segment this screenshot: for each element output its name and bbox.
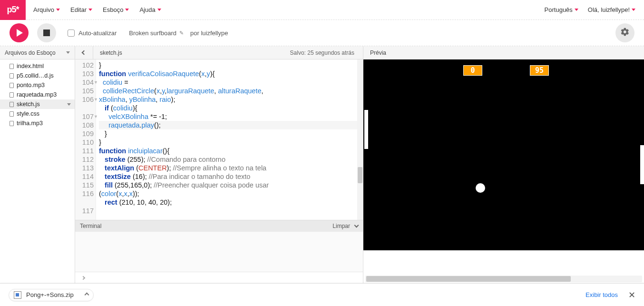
author-label: por luizfellype <box>190 30 228 37</box>
terminal-header: Terminal Limpar <box>75 220 363 232</box>
file-icon <box>10 102 14 107</box>
menu-help[interactable]: Ajuda <box>139 6 161 13</box>
file-icon <box>10 64 14 69</box>
pencil-icon[interactable]: ✎ <box>179 30 184 36</box>
file-name-label: raquetada.mp3 <box>17 91 57 98</box>
file-icon <box>10 121 14 126</box>
chevron-down-icon[interactable] <box>354 223 359 228</box>
chevron-right-icon[interactable] <box>81 276 85 279</box>
gear-icon <box>620 27 630 39</box>
menu-label: Esboço <box>103 6 123 13</box>
file-item[interactable]: index.html <box>0 61 75 71</box>
chevron-left-icon <box>82 50 87 55</box>
sketch-name-text: Broken surfboard <box>129 30 176 37</box>
language-label: Português <box>545 6 573 13</box>
auto-refresh-toggle[interactable]: Auto-atualizar <box>68 30 117 37</box>
ball <box>476 183 485 193</box>
file-name-label: p5.collid…d.js <box>17 72 54 79</box>
file-item[interactable]: raquetada.mp3 <box>0 90 75 99</box>
file-sidebar: Arquivos do Esboço index.htmlp5.collid…d… <box>0 46 75 283</box>
saved-status: Salvo: 25 segundos atrás <box>290 49 363 56</box>
paddle-right <box>640 145 644 184</box>
user-menu[interactable]: Olá, luizfellype! <box>588 6 635 13</box>
caret-icon <box>157 9 161 11</box>
caret-icon <box>632 9 635 11</box>
stop-button[interactable] <box>37 23 56 42</box>
editor-scrollbar[interactable] <box>357 59 363 220</box>
menu-file[interactable]: Arquivo <box>33 6 60 13</box>
settings-button[interactable] <box>615 23 634 42</box>
file-item[interactable]: ponto.mp3 <box>0 80 75 90</box>
close-download-bar-button[interactable]: ✕ <box>628 290 635 300</box>
main-menu: Arquivo Editar Esboço Ajuda <box>33 6 161 13</box>
caret-icon <box>88 9 92 11</box>
file-icon <box>10 111 14 117</box>
file-item[interactable]: trilha.mp3 <box>0 118 75 128</box>
file-item[interactable]: sketch.js <box>0 99 75 109</box>
file-icon <box>10 83 14 88</box>
file-name-label: sketch.js <box>17 101 40 108</box>
main-area: Arquivos do Esboço index.htmlp5.collid…d… <box>0 46 644 283</box>
play-button[interactable] <box>10 23 29 42</box>
file-icon <box>10 92 14 98</box>
show-all-downloads-button[interactable]: Exibir todos <box>585 291 618 298</box>
top-nav: p5* Arquivo Editar Esboço Ajuda Portuguê… <box>0 0 644 20</box>
download-bar-actions: Exibir todos ✕ <box>585 290 635 300</box>
file-item[interactable]: p5.collid…d.js <box>0 71 75 80</box>
p5-logo[interactable]: p5* <box>0 0 26 20</box>
line-gutter: 102103104▼105106▼ 107▼108109110111112113… <box>75 59 96 220</box>
menu-label: Editar <box>70 6 87 13</box>
caret-icon <box>66 51 70 54</box>
sketch-name-field[interactable]: Broken surfboard ✎ <box>129 30 184 37</box>
preview-h-scrollbar[interactable] <box>365 276 642 282</box>
collapse-sidebar-button[interactable] <box>75 46 93 59</box>
file-list: index.htmlp5.collid…d.jsponto.mp3raqueta… <box>0 59 75 130</box>
download-item[interactable]: Pong+-+Sons.zip <box>9 289 94 301</box>
file-name-label: ponto.mp3 <box>17 82 45 89</box>
language-menu[interactable]: Português <box>545 6 578 13</box>
stop-icon <box>43 30 50 36</box>
file-name-label: style.css <box>17 110 39 117</box>
toolbar: Auto-atualizar Broken surfboard ✎ por lu… <box>0 20 644 46</box>
current-filename: sketch.js <box>93 49 129 56</box>
file-name-label: trilha.mp3 <box>17 120 43 127</box>
terminal-clear-button[interactable]: Limpar <box>332 223 350 229</box>
right-menu: Português Olá, luizfellype! <box>545 6 635 13</box>
terminal-title: Terminal <box>80 223 101 229</box>
file-icon <box>10 73 14 79</box>
greeting-label: Olá, luizfellype! <box>588 6 630 13</box>
menu-label: Ajuda <box>139 6 155 13</box>
paddle-left <box>364 110 368 149</box>
terminal-footer <box>75 272 363 283</box>
terminal-body[interactable] <box>75 232 363 272</box>
play-icon <box>17 29 23 37</box>
preview-header: Prévia <box>363 46 644 59</box>
sidebar-header[interactable]: Arquivos do Esboço <box>0 46 75 59</box>
code-editor[interactable]: 102103104▼105106▼ 107▼108109110111112113… <box>75 59 363 220</box>
scrollbar-thumb[interactable] <box>358 167 362 183</box>
preview-canvas-wrap: 0 95 <box>363 59 644 250</box>
menu-edit[interactable]: Editar <box>70 6 92 13</box>
sidebar-title: Arquivos do Esboço <box>5 49 56 56</box>
sketch-canvas[interactable]: 0 95 <box>363 59 644 250</box>
preview-column: Prévia 0 95 <box>363 46 644 283</box>
editor-header: sketch.js Salvo: 25 segundos atrás <box>75 46 363 59</box>
caret-icon <box>575 9 578 11</box>
score-left: 0 <box>463 65 482 76</box>
score-right: 95 <box>530 65 549 76</box>
editor-column: sketch.js Salvo: 25 segundos atrás 10210… <box>75 46 363 283</box>
caret-icon <box>56 9 60 11</box>
download-filename: Pong+-+Sons.zip <box>26 291 74 298</box>
code-body[interactable]: }function verificaColisaoRaquete(x,y){ c… <box>96 59 363 220</box>
preview-scroll-thumb[interactable] <box>366 276 571 282</box>
menu-sketch[interactable]: Esboço <box>103 6 129 13</box>
checkbox-icon[interactable] <box>68 30 75 37</box>
chevron-up-icon[interactable] <box>84 293 89 297</box>
auto-refresh-label: Auto-atualizar <box>78 30 117 37</box>
zip-file-icon <box>14 291 21 299</box>
caret-icon <box>125 9 129 11</box>
terminal: Terminal Limpar <box>75 220 363 283</box>
file-item[interactable]: style.css <box>0 109 75 118</box>
file-name-label: index.html <box>17 63 44 69</box>
menu-label: Arquivo <box>33 6 54 13</box>
